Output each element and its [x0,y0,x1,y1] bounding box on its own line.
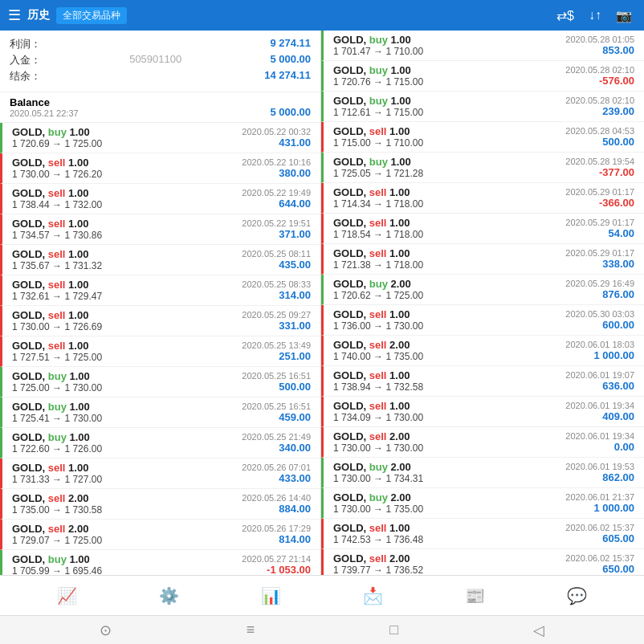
trade-profit: 636.00 [565,380,634,392]
nav-chat-icon[interactable]: 💬 [567,586,587,605]
trade-date: 2020.05.25 16:51 [242,371,311,381]
sort-icon[interactable]: ↓↑ [585,6,605,24]
trade-date: 2020.05.28 02:10 [565,65,634,75]
trade-title: GOLD, sell 1.00 [12,218,102,230]
trade-info: GOLD, sell 2.00 1 729.07 → 1 725.00 [12,523,102,546]
trade-info: GOLD, sell 2.00 1 739.77 → 1 736.52 [333,552,423,575]
trade-lots: 1.00 [65,279,88,291]
trade-price: 1 715.00 → 1 710.00 [333,137,423,149]
trade-info: GOLD, buy 1.00 1 712.61 → 1 715.00 [333,95,423,118]
trade-title: GOLD, buy 1.00 [12,126,102,138]
trade-action: buy [48,370,67,382]
balance-entry: Balance 2020.05.21 22:37 5 000.00 [0,92,320,123]
trade-info: GOLD, buy 1.00 1 701.47 → 1 710.00 [333,34,423,57]
deposit-value: 5 000.00 [270,53,311,67]
balance-entry-value: 5 000.00 [270,106,311,118]
trade-lots: 1.00 [65,157,88,169]
nav-trade-icon[interactable]: 📊 [261,586,281,605]
trade-symbol: GOLD, [12,431,48,443]
trade-profit: 876.00 [565,288,634,300]
trade-profit: 433.00 [242,472,311,484]
trade-title: GOLD, sell 2.00 [333,552,423,565]
trade-info: GOLD, buy 1.00 1 720.69 → 1 725.00 [12,126,102,149]
nav-inbox-icon[interactable]: 📩 [363,586,383,605]
nav2-menu-icon[interactable]: ≡ [247,622,255,638]
trade-symbol: GOLD, [333,34,369,46]
trade-lots: 2.00 [65,523,88,535]
trade-date: 2020.05.26 14:40 [242,493,311,503]
trade-title: GOLD, buy 1.00 [12,401,102,413]
balance-entry-label: Balance [10,96,79,108]
nav2-prev-icon[interactable]: ◁ [533,622,544,639]
currency-icon[interactable]: ⇄$ [552,6,578,25]
trade-title: GOLD, buy 1.00 [333,64,423,76]
trade-price: 1 725.41 → 1 730.00 [12,413,102,424]
nav-news-icon[interactable]: 📰 [465,586,485,605]
trade-symbol: GOLD, [333,278,369,290]
trade-profit: 884.00 [242,503,311,515]
nav-settings-icon[interactable]: ⚙️ [159,586,179,605]
trade-info: GOLD, sell 1.00 1 734.09 → 1 730.00 [333,400,423,423]
trade-result: 2020.05.25 08:11 435.00 [242,249,311,271]
trade-price: 1 730.00 → 1 734.31 [333,473,423,484]
trade-title: GOLD, sell 1.00 [333,369,423,381]
trade-title: GOLD, buy 1.00 [333,34,423,46]
trade-profit: 650.00 [565,563,634,575]
trade-price: 1 722.60 → 1 726.00 [12,443,102,454]
trade-date: 2020.05.29 01:17 [565,248,634,258]
trade-result: 2020.06.01 19:34 0.00 [565,431,634,453]
trade-symbol: GOLD, [12,187,48,199]
trade-price: 1 727.51 → 1 725.00 [12,352,102,363]
trade-profit: 331.00 [242,320,311,332]
trade-result: 2020.05.29 01:17 -366.00 [565,187,634,209]
trade-info: GOLD, buy 1.00 1 720.76 → 1 715.00 [333,64,423,88]
trade-profit: 605.00 [565,532,634,544]
right-trade-row: GOLD, sell 1.00 1 715.00 → 1 710.00 2020… [321,122,644,153]
trade-date: 2020.05.27 21:14 [242,554,311,564]
trade-symbol: GOLD, [12,492,48,504]
trade-lots: 2.00 [386,430,410,442]
camera-icon[interactable]: 📷 [612,6,636,25]
menu-icon[interactable]: ☰ [8,6,21,24]
trade-lots: 2.00 [386,339,410,351]
trade-action: buy [369,64,388,76]
right-trade-row: GOLD, buy 1.00 1 701.47 → 1 710.00 2020.… [321,31,644,61]
trade-lots: 1.00 [67,431,90,443]
trade-title: GOLD, sell 1.00 [12,157,102,169]
trade-lots: 1.00 [388,156,411,168]
trade-result: 2020.05.29 16:49 876.00 [565,279,634,300]
trade-symbol: GOLD, [333,217,369,229]
trade-result: 2020.05.26 07:01 433.00 [242,463,311,484]
trade-result: 2020.05.26 14:40 884.00 [242,493,311,515]
trade-info: GOLD, buy 2.00 1 720.62 → 1 725.00 [333,278,423,301]
left-trade-row: GOLD, buy 1.00 1 725.00 → 1 730.00 2020.… [0,367,320,397]
nav-chart-icon[interactable]: 📈 [57,586,77,605]
trade-date: 2020.05.28 04:53 [565,126,634,136]
trade-title: GOLD, sell 1.00 [333,247,423,259]
trade-lots: 1.00 [386,247,410,259]
trade-date: 2020.05.25 21:49 [242,432,311,442]
trade-profit: 54.00 [565,227,634,239]
trade-result: 2020.05.25 16:51 459.00 [242,401,311,423]
nav2-home-icon[interactable]: □ [389,622,398,638]
nav2-back-icon[interactable]: ⊙ [100,622,112,639]
trade-date: 2020.05.22 10:16 [242,157,311,167]
trade-title: GOLD, sell 1.00 [333,400,423,412]
right-trade-row: GOLD, sell 1.00 1 718.54 → 1 718.00 2020… [321,214,644,244]
trade-date: 2020.05.22 19:49 [242,188,311,198]
trade-action: sell [369,308,387,320]
trade-title: GOLD, buy 2.00 [333,461,423,473]
right-trade-row: GOLD, buy 1.00 1 712.61 → 1 715.00 2020.… [321,92,644,122]
trade-date: 2020.05.26 07:01 [242,463,311,472]
trade-lots: 1.00 [65,309,88,321]
trade-price: 1 712.61 → 1 715.00 [333,107,423,118]
trade-result: 2020.05.28 02:10 -576.00 [565,65,634,87]
trade-price: 1 730.00 → 1 726.20 [12,169,102,180]
left-trade-row: GOLD, sell 1.00 1 732.61 → 1 729.47 2020… [0,275,320,306]
header-title: 历史 [27,8,50,22]
trade-info: GOLD, sell 1.00 1 735.67 → 1 731.32 [12,248,102,271]
trade-action: sell [369,217,387,229]
trade-info: GOLD, sell 1.00 1 727.51 → 1 725.00 [12,340,102,363]
trade-lots: 1.00 [386,308,410,320]
trade-info: GOLD, sell 1.00 1 718.54 → 1 718.00 [333,217,423,240]
